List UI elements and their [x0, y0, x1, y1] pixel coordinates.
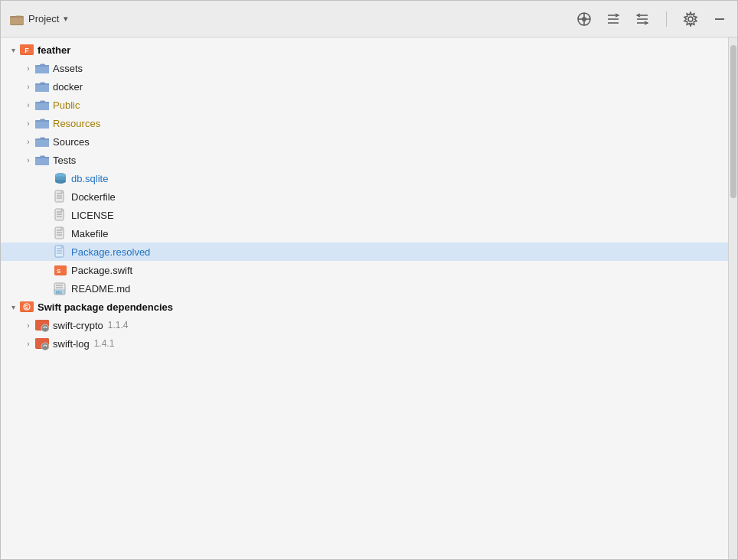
tests-folder-icon [34, 152, 50, 168]
public-label: Public [53, 99, 80, 111]
tree-item-license[interactable]: LICENSE [1, 206, 728, 224]
readme-label: README.md [71, 283, 130, 295]
svg-rect-22 [35, 140, 49, 147]
minimize-icon[interactable] [711, 11, 728, 28]
package-swift-icon: S [53, 262, 68, 278]
chevron-swift-log: › [22, 337, 34, 350]
tree-item-resources[interactable]: › Resources [1, 114, 728, 132]
assets-folder-icon [34, 60, 50, 76]
sources-label: Sources [53, 136, 90, 148]
tree-item-public[interactable]: › Public [1, 96, 728, 114]
tree-item-db-sqlite[interactable]: db.sqlite [1, 169, 728, 187]
tree-item-swift-crypto[interactable]: › swift-crypto 1.1.4 [1, 316, 728, 334]
svg-text:F: F [24, 47, 29, 54]
tree-item-package-resolved[interactable]: Package.resolved [1, 243, 728, 261]
tests-label: Tests [53, 155, 76, 166]
tree-item-sources[interactable]: › Sources [1, 132, 728, 151]
swift-log-label: swift-log [53, 338, 90, 350]
svg-rect-23 [35, 158, 49, 165]
package-resolved-label: Package.resolved [71, 246, 150, 258]
tree-item-makefile[interactable]: Makefile [1, 224, 728, 243]
chevron-public: › [22, 99, 34, 111]
scrollbar[interactable] [728, 37, 737, 559]
svg-rect-21 [35, 122, 49, 129]
license-icon [53, 207, 68, 223]
feather-label: feather [38, 44, 70, 56]
svg-text:S: S [24, 304, 28, 310]
tree-item-docker[interactable]: › docker [1, 77, 728, 96]
resources-label: Resources [53, 118, 100, 129]
feather-root-icon: F [19, 42, 34, 57]
tree-item-swift-log[interactable]: › swift-log 1.4.1 [1, 334, 728, 353]
makefile-label: Makefile [71, 228, 108, 239]
public-folder-icon [34, 97, 50, 112]
project-folder-icon [10, 12, 24, 26]
license-label: LICENSE [71, 210, 114, 221]
docker-label: docker [53, 81, 83, 93]
titlebar: Project ▾ [1, 1, 737, 37]
swift-deps-icon: S [19, 299, 34, 314]
swift-log-icon [34, 336, 50, 351]
docker-folder-icon [34, 79, 50, 94]
chevron-docker: › [22, 80, 34, 93]
swift-deps-label: Swift package dependencies [38, 301, 173, 313]
scrollbar-thumb[interactable] [730, 45, 736, 198]
collapse-all-icon[interactable] [605, 11, 622, 28]
collapse-icon[interactable] [634, 11, 651, 28]
chevron-swift-deps: ▾ [7, 301, 19, 313]
tree-item-package-swift[interactable]: S Package.swift [1, 261, 728, 279]
chevron-swift-crypto: › [22, 319, 34, 331]
package-swift-label: Package.swift [71, 265, 132, 276]
package-resolved-icon [53, 244, 68, 259]
settings-icon[interactable] [682, 11, 699, 28]
chevron-resources: › [22, 117, 34, 129]
db-sqlite-label: db.sqlite [71, 173, 108, 184]
swift-crypto-label: swift-crypto [53, 320, 103, 331]
chevron-feather: ▾ [7, 44, 19, 56]
toolbar-separator [666, 11, 667, 27]
tree-item-readme[interactable]: MD README.md [1, 279, 728, 298]
window: Project ▾ [0, 0, 738, 560]
swift-crypto-version: 1.1.4 [108, 320, 129, 330]
resources-folder-icon [34, 116, 50, 131]
file-tree: ▾ F feather › [1, 37, 728, 559]
titlebar-right [576, 11, 728, 28]
chevron-sources: › [22, 135, 34, 148]
svg-point-59 [41, 324, 49, 332]
swift-log-version: 1.4.1 [94, 338, 115, 349]
tree-item-feather[interactable]: ▾ F feather [1, 41, 728, 59]
svg-rect-19 [35, 85, 49, 92]
main-content: ▾ F feather › [1, 37, 737, 559]
tree-item-swift-deps[interactable]: ▾ S Swift package dependencies [1, 298, 728, 316]
readme-icon: MD [53, 281, 68, 296]
tree-item-assets[interactable]: › Assets [1, 59, 728, 77]
titlebar-left: Project ▾ [10, 12, 68, 26]
svg-point-62 [41, 343, 49, 350]
svg-text:MD: MD [56, 290, 62, 295]
chevron-tests: › [22, 154, 34, 166]
sources-folder-icon [34, 134, 50, 149]
tree-item-dockerfile[interactable]: Dockerfile [1, 187, 728, 206]
svg-text:S: S [57, 268, 61, 275]
chevron-assets: › [22, 62, 34, 74]
project-dropdown-chevron[interactable]: ▾ [64, 14, 68, 24]
assets-label: Assets [53, 63, 83, 74]
svg-point-28 [55, 176, 66, 181]
project-label: Project [28, 13, 59, 24]
dockerfile-icon [53, 189, 68, 204]
svg-rect-20 [35, 103, 49, 110]
svg-point-13 [688, 17, 693, 21]
dockerfile-label: Dockerfile [71, 191, 116, 203]
tree-item-tests[interactable]: › Tests [1, 151, 728, 169]
add-icon[interactable] [576, 11, 593, 28]
swift-crypto-icon [34, 317, 50, 333]
makefile-icon [53, 226, 68, 241]
db-sqlite-icon [53, 171, 68, 186]
svg-rect-18 [35, 67, 49, 73]
